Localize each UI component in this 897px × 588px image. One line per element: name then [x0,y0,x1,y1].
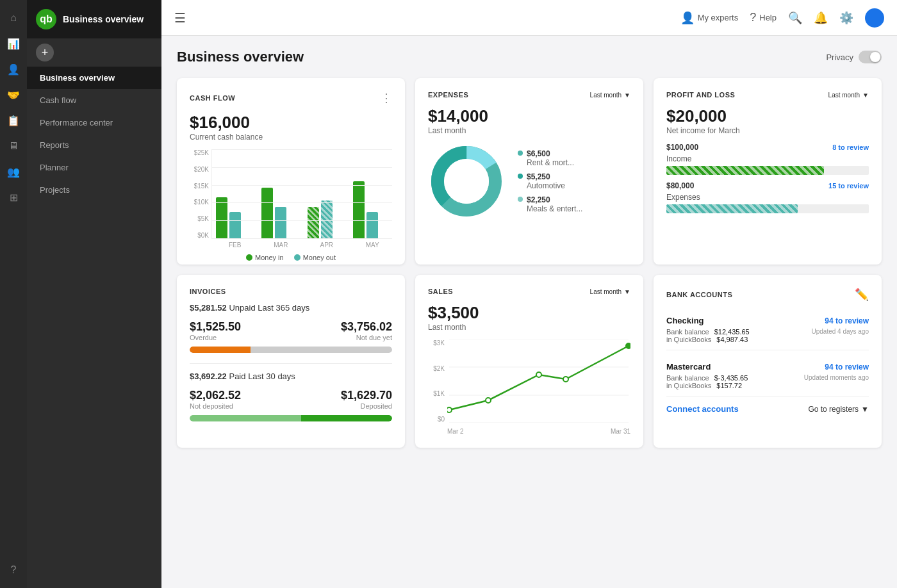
invoices-amounts-row: $1,525.50 Overdue $3,756.02 Not due yet [190,320,392,341]
help-bottom-icon[interactable]: ? [2,559,25,582]
chart-icon[interactable]: 📊 [2,32,25,55]
add-button[interactable]: + [36,44,54,61]
pnl-expenses-bar-fill [666,204,798,213]
x-label-apr: APR [307,241,347,249]
handshake-icon[interactable]: 🤝 [2,83,25,106]
sales-x-end: Mar 31 [611,428,630,435]
page-header: Business overview Privacy [177,49,882,65]
sidebar: qb Business overview + Business overview… [27,0,161,588]
invoices-deposited-bar [301,415,392,421]
x-label-may: MAY [353,241,393,249]
sidebar-item-reports[interactable]: Reports [27,134,161,156]
monitor-icon[interactable]: 🖥 [2,135,25,158]
settings-icon[interactable]: ⚙️ [839,11,853,25]
sales-y-3k: $3K [428,339,445,347]
invoices-paid-summary: $3,692.22 Paid Last 30 days [190,372,392,381]
invoices-not-deposited-col: $2,062.52 Not deposited [190,389,241,410]
avatar[interactable] [865,8,884,28]
legend-dot-out [294,254,300,261]
bar-apr-in [308,207,319,239]
content-area: Business overview Privacy CASH FLOW ⋮ $1… [161,36,897,588]
expenses-period-selector[interactable]: Last month ▼ [590,92,630,99]
help-button[interactable]: ? Help [750,11,777,24]
home-icon[interactable]: ⌂ [2,6,25,29]
goto-registers-button[interactable]: Go to registers ▼ [808,405,869,414]
grid-icon[interactable]: ⊞ [2,186,25,209]
sidebar-item-business-overview[interactable]: Business overview [27,67,161,89]
bank-mastercard-review[interactable]: 94 to review [825,363,869,372]
sidebar-header: qb Business overview [27,0,161,38]
pnl-label: Net income for March [666,126,869,135]
search-icon[interactable]: 🔍 [788,11,802,25]
bank-checking-bank-value: $12,435.65 [714,328,750,336]
sales-title: SALES [428,288,453,295]
invoices-unpaid-summary: $5,281.52 Unpaid Last 365 days [190,303,392,313]
invoices-title: INVOICES [190,288,226,295]
invoices-not-deposited-amount: $2,062.52 [190,389,241,402]
bank-footer: Connect accounts Go to registers ▼ [666,404,869,414]
sidebar-item-cash-flow[interactable]: Cash flow [27,89,161,111]
invoices-card: INVOICES $5,281.52 Unpaid Last 365 days … [177,275,405,448]
sales-card: SALES Last month ▼ $3,500 Last month $3K… [415,275,643,448]
bank-checking-review[interactable]: 94 to review [825,316,869,325]
invoices-unpaid-period: Last 365 days [258,303,309,313]
y-label-5k: $5K [190,215,209,222]
hamburger-menu[interactable]: ☰ [174,10,186,26]
expense-item-0: $6,500 Rent & mort... [518,149,582,167]
bank-checking-updated: Updated 4 days ago [811,328,869,335]
expense-amount-0: $6,500 [527,149,574,158]
bar-group-may [353,181,392,239]
sidebar-item-performance-center[interactable]: Performance center [27,111,161,134]
bank-accounts-edit[interactable]: ✏️ [855,288,869,302]
my-experts-button[interactable]: 👤 My experts [680,11,739,25]
invoices-overdue-progress [190,347,392,353]
sales-period-selector[interactable]: Last month ▼ [590,288,630,295]
sales-header: SALES Last month ▼ [428,288,630,295]
bank-accounts-header: BANK ACCOUNTS ✏️ [666,288,869,302]
sales-dot-3 [563,377,568,382]
pnl-expenses-review[interactable]: 15 to review [828,182,869,190]
legend-money-in: Money in [246,254,284,261]
pnl-income-value: $100,000 [666,143,698,152]
invoices-deposited-amount: $1,629.70 [341,389,392,402]
expense-items: $6,500 Rent & mort... $5,250 Automotive [518,149,582,213]
profit-loss-card: PROFIT AND LOSS Last month ▼ $20,000 Net… [654,78,882,265]
pnl-income-review[interactable]: 8 to review [832,143,869,151]
bar-feb-out [229,212,241,239]
invoices-paid-period: Last 30 days [248,372,295,381]
sidebar-item-projects[interactable]: Projects [27,179,161,201]
connect-accounts-link[interactable]: Connect accounts [666,404,739,414]
x-label-feb: FEB [215,241,255,249]
pnl-period-selector[interactable]: Last month ▼ [828,92,869,99]
bar-group-mar [261,188,300,239]
bar-may-in [353,181,365,239]
cash-flow-menu[interactable]: ⋮ [381,91,392,105]
pnl-expenses-bar-track [666,204,869,213]
invoices-overdue-amount: $1,525.50 [190,320,241,334]
notification-icon[interactable]: 🔔 [814,11,828,25]
bank-checking-bank-label: Bank balance [666,328,709,336]
pnl-income-bar-fill [666,166,824,175]
bank-checking-qb-label: in QuickBooks [666,336,711,343]
y-label-20k: $20K [190,166,209,173]
invoices-paid-row: $2,062.52 Not deposited $1,629.70 Deposi… [190,389,392,410]
group-icon[interactable]: 👥 [2,160,25,183]
bar-mar-in [261,188,273,239]
sales-dot-1 [486,398,491,403]
sales-dot-4 [626,343,630,348]
pnl-expenses-value: $80,000 [666,181,694,190]
privacy-toggle-area: Privacy [826,51,882,63]
sales-period-label: Last month [590,288,621,295]
sales-dot-2 [536,372,541,377]
clipboard-icon[interactable]: 📋 [2,109,25,132]
legend-in-label: Money in [255,254,284,261]
bar-mar-out [275,207,286,239]
cash-flow-title: CASH FLOW [190,94,235,102]
person-icon[interactable]: 👤 [2,58,25,81]
pnl-header: PROFIT AND LOSS Last month ▼ [666,91,869,99]
legend-dot-in [246,254,252,261]
pnl-income-label-row: $100,000 8 to review [666,143,869,152]
privacy-switch[interactable] [859,51,882,63]
bar-may-out [366,212,378,239]
sidebar-item-planner[interactable]: Planner [27,156,161,179]
